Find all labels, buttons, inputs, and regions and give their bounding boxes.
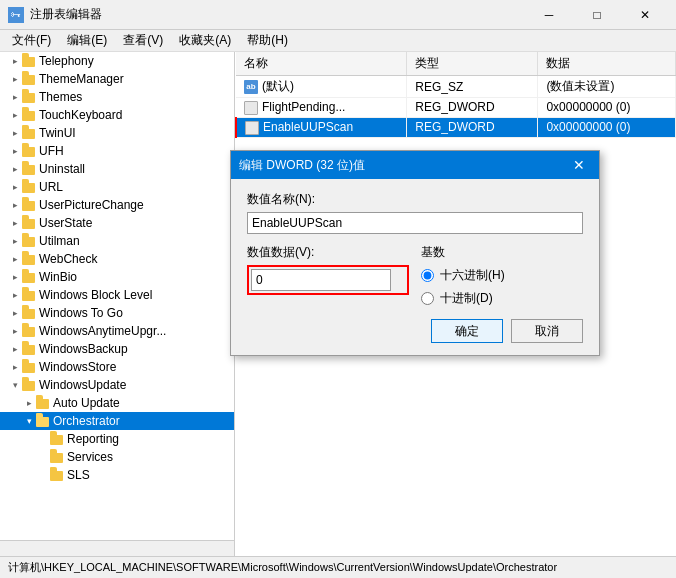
- expand-icon[interactable]: ▸: [8, 360, 22, 374]
- menu-view[interactable]: 查看(V): [115, 30, 171, 51]
- tree-label: UFH: [39, 144, 64, 158]
- tree-label: Telephony: [39, 54, 94, 68]
- tree-item[interactable]: Services: [0, 448, 234, 466]
- tree-item[interactable]: ▸UserState: [0, 214, 234, 232]
- tree-label: WebCheck: [39, 252, 97, 266]
- maximize-button[interactable]: □: [574, 1, 620, 29]
- tree-item[interactable]: ▸Windows Block Level: [0, 286, 234, 304]
- tree-item[interactable]: ▾WindowsUpdate: [0, 376, 234, 394]
- tree-item[interactable]: ▸WindowsAnytimeUpgr...: [0, 322, 234, 340]
- tree-item[interactable]: ▸WindowsBackup: [0, 340, 234, 358]
- dialog-close-button[interactable]: ✕: [567, 154, 591, 176]
- tree-label: WindowsStore: [39, 360, 116, 374]
- close-button[interactable]: ✕: [622, 1, 668, 29]
- edit-dword-dialog[interactable]: 编辑 DWORD (32 位)值 ✕ 数值名称(N): 数值数据(V): 基数: [230, 150, 600, 356]
- expand-icon[interactable]: ▸: [8, 180, 22, 194]
- folder-icon: [22, 253, 36, 265]
- tree-label: UserState: [39, 216, 92, 230]
- table-row[interactable]: ab(默认)REG_SZ(数值未设置): [236, 76, 676, 98]
- expand-icon[interactable]: ▾: [22, 414, 36, 428]
- menu-file[interactable]: 文件(F): [4, 30, 59, 51]
- expand-icon[interactable]: ▸: [8, 342, 22, 356]
- folder-icon: [22, 343, 36, 355]
- minimize-button[interactable]: ─: [526, 1, 572, 29]
- folder-icon: [22, 271, 36, 283]
- tree-item[interactable]: ▸UFH: [0, 142, 234, 160]
- tree-item[interactable]: ▸WindowsStore: [0, 358, 234, 376]
- folder-icon: [22, 73, 36, 85]
- name-input[interactable]: [247, 212, 583, 234]
- tree-label: WinBio: [39, 270, 77, 284]
- expand-icon[interactable]: [36, 432, 50, 446]
- folder-icon: [22, 235, 36, 247]
- value-label: 数值数据(V):: [247, 244, 409, 261]
- expand-icon[interactable]: ▸: [8, 72, 22, 86]
- tree-item[interactable]: ▸TouchKeyboard: [0, 106, 234, 124]
- expand-icon[interactable]: ▸: [8, 288, 22, 302]
- expand-icon[interactable]: ▸: [8, 144, 22, 158]
- cell-data: 0x00000000 (0): [538, 98, 676, 118]
- tree-item[interactable]: ▾Orchestrator: [0, 412, 234, 430]
- dialog-body: 数值名称(N): 数值数据(V): 基数 十六进制(H): [231, 179, 599, 355]
- expand-icon[interactable]: ▸: [8, 252, 22, 266]
- expand-icon[interactable]: ▸: [8, 270, 22, 284]
- tree-item[interactable]: ▸Auto Update: [0, 394, 234, 412]
- expand-icon[interactable]: [36, 468, 50, 482]
- horizontal-scrollbar[interactable]: [0, 540, 234, 556]
- expand-icon[interactable]: ▸: [8, 54, 22, 68]
- window-controls: ─ □ ✕: [526, 1, 668, 29]
- folder-icon: [22, 199, 36, 211]
- expand-icon[interactable]: ▸: [22, 396, 36, 410]
- title-bar: 🗝 注册表编辑器 ─ □ ✕: [0, 0, 676, 30]
- expand-icon[interactable]: ▸: [8, 126, 22, 140]
- menu-edit[interactable]: 编辑(E): [59, 30, 115, 51]
- ok-button[interactable]: 确定: [431, 319, 503, 343]
- menu-favorites[interactable]: 收藏夹(A): [171, 30, 239, 51]
- tree-item[interactable]: SLS: [0, 466, 234, 484]
- dec-radio-label[interactable]: 十进制(D): [421, 290, 583, 307]
- hex-radio[interactable]: [421, 269, 434, 282]
- menu-help[interactable]: 帮助(H): [239, 30, 296, 51]
- tree-item[interactable]: ▸UserPictureChange: [0, 196, 234, 214]
- tree-item[interactable]: ▸WinBio: [0, 268, 234, 286]
- tree-item[interactable]: ▸Themes: [0, 88, 234, 106]
- tree-item[interactable]: ▸URL: [0, 178, 234, 196]
- expand-icon[interactable]: ▸: [8, 108, 22, 122]
- tree-item[interactable]: ▸Utilman: [0, 232, 234, 250]
- value-section: 数值数据(V):: [247, 244, 409, 307]
- expand-icon[interactable]: ▸: [8, 306, 22, 320]
- folder-icon: [22, 325, 36, 337]
- expand-icon[interactable]: ▸: [8, 324, 22, 338]
- tree-panel: ▸Telephony▸ThemeManager▸Themes▸TouchKeyb…: [0, 52, 235, 556]
- hex-radio-label[interactable]: 十六进制(H): [421, 267, 583, 284]
- folder-icon: [50, 451, 64, 463]
- dec-radio[interactable]: [421, 292, 434, 305]
- tree-item[interactable]: Reporting: [0, 430, 234, 448]
- tree-label: TouchKeyboard: [39, 108, 122, 122]
- tree-item[interactable]: ▸TwinUI: [0, 124, 234, 142]
- expand-icon[interactable]: ▸: [8, 216, 22, 230]
- folder-icon: [22, 163, 36, 175]
- table-row[interactable]: FlightPending...REG_DWORD0x00000000 (0): [236, 98, 676, 118]
- value-input[interactable]: [251, 269, 391, 291]
- expand-icon[interactable]: [36, 450, 50, 464]
- expand-icon[interactable]: ▾: [8, 378, 22, 392]
- radio-group: 十六进制(H) 十进制(D): [421, 267, 583, 307]
- cancel-button[interactable]: 取消: [511, 319, 583, 343]
- tree-item[interactable]: ▸ThemeManager: [0, 70, 234, 88]
- table-row[interactable]: EnableUUPScanREG_DWORD0x00000000 (0): [236, 117, 676, 137]
- tree-label: TwinUI: [39, 126, 76, 140]
- reg-icon: [244, 101, 258, 115]
- expand-icon[interactable]: ▸: [8, 234, 22, 248]
- folder-icon: [22, 379, 36, 391]
- tree-item[interactable]: ▸WebCheck: [0, 250, 234, 268]
- folder-icon: [22, 127, 36, 139]
- expand-icon[interactable]: ▸: [8, 90, 22, 104]
- tree-item[interactable]: ▸Telephony: [0, 52, 234, 70]
- table-header: 名称 类型 数据: [236, 52, 676, 76]
- cell-type: REG_DWORD: [407, 117, 538, 137]
- tree-item[interactable]: ▸Uninstall: [0, 160, 234, 178]
- tree-item[interactable]: ▸Windows To Go: [0, 304, 234, 322]
- expand-icon[interactable]: ▸: [8, 162, 22, 176]
- expand-icon[interactable]: ▸: [8, 198, 22, 212]
